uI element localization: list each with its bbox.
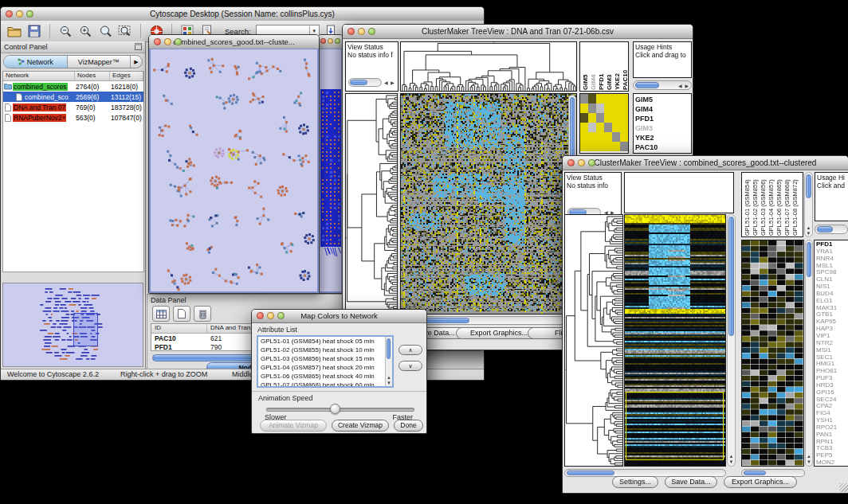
network-row[interactable]: DNA and Tran 07769(0)183728(0): [3, 102, 143, 112]
settings-button[interactable]: Settings...: [612, 476, 658, 488]
speed-slider-thumb[interactable]: [330, 404, 340, 414]
zoom-cell[interactable]: [604, 123, 612, 132]
zoom-cell[interactable]: [620, 132, 628, 142]
delete-attribute-icon[interactable]: [194, 306, 211, 322]
row-dendrogram[interactable]: [345, 93, 398, 315]
move-down-button[interactable]: ∨: [398, 361, 422, 371]
zoom-cell[interactable]: [588, 113, 596, 123]
zoom-h-scrollbar[interactable]: ◀ ▶: [633, 80, 692, 90]
row-dendrogram[interactable]: [564, 214, 623, 467]
open-icon[interactable]: [6, 23, 23, 40]
scroll-down-icon[interactable]: ▼: [806, 459, 812, 464]
zoom-window-icon[interactable]: [277, 312, 285, 319]
zoom-cell[interactable]: [604, 104, 612, 113]
zoom-cell[interactable]: [580, 104, 588, 113]
zoom-cell[interactable]: [588, 132, 596, 142]
zoom-cell[interactable]: [604, 113, 612, 123]
minimize-icon[interactable]: [164, 38, 171, 45]
main-titlebar[interactable]: Cytoscape Desktop (Session Name: collins…: [1, 7, 484, 21]
scroll-arrows-icon[interactable]: ◀ ▶: [384, 80, 395, 85]
close-icon[interactable]: [567, 159, 575, 166]
zoom-window-icon[interactable]: [26, 10, 33, 18]
treeview-dna-titlebar[interactable]: ClusterMaker TreeView : DNA and Tran 07-…: [343, 25, 693, 39]
column-dendrogram[interactable]: [400, 41, 577, 92]
zoom-cell[interactable]: [620, 123, 628, 132]
zoom-heatmap[interactable]: [579, 93, 629, 154]
zoom-selected-icon[interactable]: [96, 23, 114, 40]
zoom-cell[interactable]: [580, 94, 588, 104]
minimize-icon[interactable]: [578, 159, 585, 166]
export-graphics-button[interactable]: Export Graphics...: [724, 476, 797, 488]
zoom-cell[interactable]: [580, 132, 588, 142]
attribute-item[interactable]: GPL51-03 (GSM856) heat shock 15 min: [258, 354, 392, 363]
zoom-cell[interactable]: [612, 94, 620, 104]
zoom-cell[interactable]: [580, 113, 588, 123]
close-icon[interactable]: [257, 312, 264, 319]
row-label[interactable]: GIM5: [634, 95, 691, 104]
network-view-titlebar[interactable]: combined_scores_good.txt--cluste...: [149, 35, 319, 49]
zoom-cell[interactable]: [620, 142, 628, 151]
column-dendrogram[interactable]: [624, 172, 734, 213]
move-up-button[interactable]: ∧: [398, 345, 422, 355]
zoom-cell[interactable]: [588, 104, 596, 113]
zoom-h-scrollbar[interactable]: [815, 225, 848, 234]
zoom-window-icon[interactable]: [368, 28, 375, 35]
row-label[interactable]: PAC10: [634, 143, 691, 152]
network2-canvas[interactable]: [320, 49, 343, 292]
zoom-in-icon[interactable]: [77, 23, 94, 40]
row-label[interactable]: MON2: [815, 459, 848, 467]
zoom-window-icon[interactable]: [175, 38, 182, 45]
float-panel-icon[interactable]: [135, 43, 142, 52]
attribute-table-icon[interactable]: [152, 306, 170, 322]
minimize-icon[interactable]: [267, 312, 274, 319]
zoom-cell[interactable]: [612, 104, 620, 113]
row-label[interactable]: YKE2: [634, 133, 691, 143]
tabs-overflow-arrow-icon[interactable]: ▶: [131, 56, 142, 68]
network-row[interactable]: RNAPuberNov2+563(0)107847(0): [3, 112, 143, 123]
zoom-cell[interactable]: [596, 94, 604, 104]
attribute-list[interactable]: GPL51-01 (GSM854) heat shock 05 minGPL51…: [257, 335, 394, 388]
zoom-v-scrollbar[interactable]: ▲ ▼: [805, 240, 813, 467]
status-scrollbar[interactable]: [348, 78, 382, 87]
save-data-button[interactable]: Save Data...: [665, 476, 717, 488]
scroll-down-icon[interactable]: ▼: [805, 231, 812, 236]
save-icon[interactable]: [26, 23, 43, 40]
zoom-cell[interactable]: [620, 94, 628, 104]
create-vizmap-button[interactable]: Create Vizmap: [332, 420, 389, 432]
zoom-window-icon[interactable]: [588, 159, 595, 166]
global-heatmap[interactable]: [400, 93, 577, 315]
zoom-cell[interactable]: [596, 113, 604, 123]
treeview-combined-titlebar[interactable]: ClusterMaker TreeView : combined_scores_…: [563, 156, 848, 170]
network-row[interactable]: combined_scores2764(0)16218(0): [3, 81, 143, 92]
minimize-icon[interactable]: [358, 28, 365, 35]
tab-network[interactable]: Network: [4, 56, 68, 68]
resize-grip[interactable]: [839, 483, 848, 492]
zoom-out-icon[interactable]: [57, 23, 74, 40]
done-button[interactable]: Done: [394, 420, 423, 432]
speed-slider-track[interactable]: [266, 408, 414, 412]
scroll-up-icon[interactable]: ▲: [728, 454, 735, 459]
scroll-arrows-icon[interactable]: ◀ ▶: [678, 83, 689, 88]
scroll-down-icon[interactable]: ▼: [386, 381, 392, 385]
scroll-up-icon[interactable]: ▲: [806, 454, 812, 459]
zoom-cell[interactable]: [588, 142, 596, 151]
zoom-cell[interactable]: [588, 123, 596, 132]
collabel-v-scrollbar[interactable]: ▲ ▼: [804, 172, 813, 237]
network-row[interactable]: combined_sco2569(6)13112(15): [3, 92, 143, 102]
birdseye-view[interactable]: [2, 283, 143, 367]
attribute-item[interactable]: GPL51-06 (GSM865) heat shock 40 min: [258, 372, 392, 381]
row-label[interactable]: GIM4: [634, 104, 691, 114]
zoom-cell[interactable]: [604, 142, 612, 151]
attribute-item[interactable]: GPL51-04 (GSM857) heat shock 20 min: [258, 363, 392, 372]
zoom-cell[interactable]: [612, 132, 620, 142]
zoom-heatmap[interactable]: [741, 240, 804, 467]
zoom-cell[interactable]: [620, 104, 628, 113]
close-icon[interactable]: [6, 10, 13, 18]
row-label[interactable]: PFD1: [634, 114, 691, 123]
list-scrollbar[interactable]: ▲ ▼: [385, 337, 392, 386]
row-label[interactable]: GIM3: [634, 123, 691, 133]
close-icon[interactable]: [347, 28, 355, 35]
network-canvas[interactable]: [151, 49, 319, 292]
dialog-titlebar[interactable]: Map Colors to Network: [252, 310, 426, 323]
scroll-up-icon[interactable]: ▲: [805, 225, 812, 230]
